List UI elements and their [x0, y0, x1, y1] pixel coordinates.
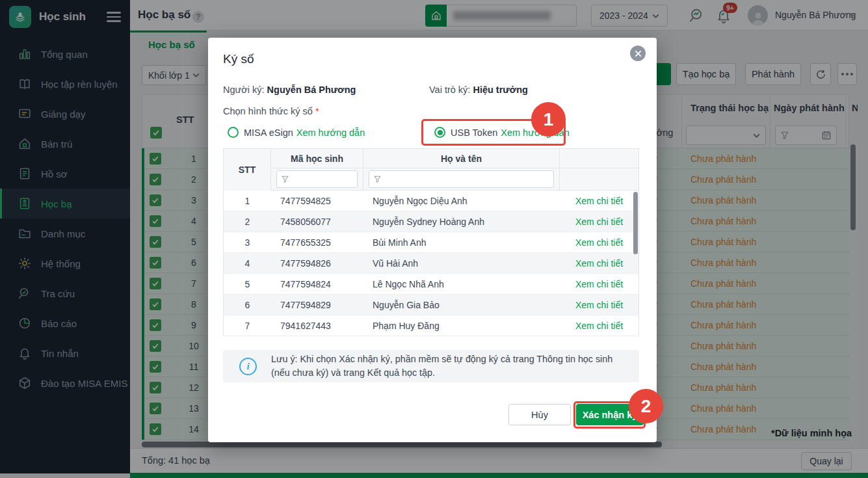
view-detail-link[interactable]: Xem chi tiết: [560, 237, 638, 248]
close-icon[interactable]: [630, 46, 646, 61]
demo-data-watermark: *Dữ liệu minh họa: [771, 428, 852, 438]
modal-title: Ký số: [223, 52, 254, 66]
note-box: i Lưu ý: Khi chọn Xác nhận ký, phần mềm …: [223, 350, 639, 382]
students-table: STT Mã học sinh Họ và tên: [223, 148, 639, 336]
funnel-icon: [374, 176, 381, 183]
role-value: Hiệu trưởng: [473, 85, 527, 95]
view-detail-link[interactable]: Xem chi tiết: [560, 321, 638, 331]
annotation-step-1: 1: [531, 102, 566, 137]
sign-modal: Ký số Người ký: Nguyễn Bá Phương Vai trò…: [208, 38, 657, 442]
name-filter-input[interactable]: [369, 170, 554, 188]
column-header-name: Họ và tên: [363, 149, 560, 168]
view-detail-link[interactable]: Xem chi tiết: [560, 196, 638, 206]
view-detail-link[interactable]: Xem chi tiết: [560, 258, 638, 269]
column-header-code: Mã học sinh: [271, 149, 363, 168]
view-detail-link[interactable]: Xem chi tiết: [560, 279, 638, 289]
funnel-icon: [282, 176, 289, 183]
student-row: 57477594824Lê Ngọc Nhã AnhXem chi tiết: [224, 274, 638, 295]
info-icon: i: [239, 358, 257, 375]
signer-row: Người ký: Nguyễn Bá Phương: [223, 85, 356, 95]
student-row: 17477594825Nguyễn Ngọc Diệu AnhXem chi t…: [224, 191, 638, 211]
student-row: 27458056077Nguyễn Sydney Hoàng AnhXem ch…: [224, 211, 638, 232]
code-filter-input[interactable]: [276, 170, 358, 188]
radio-misa-esign[interactable]: MISA eSign Xem hướng dẫn: [228, 127, 365, 138]
guide-link[interactable]: Xem hướng dẫn: [296, 127, 365, 138]
radio-icon-selected[interactable]: [434, 127, 445, 138]
modal-table-scrollbar-thumb[interactable]: [633, 192, 638, 254]
signer-name: Nguyễn Bá Phương: [267, 85, 356, 95]
column-header-stt: STT: [224, 149, 271, 191]
role-row: Vai trò ký: Hiệu trưởng: [429, 85, 528, 95]
students-table-body: 17477594825Nguyễn Ngọc Diệu AnhXem chi t…: [224, 191, 638, 336]
student-row: 37477655325Bùi Minh AnhXem chi tiết: [224, 232, 638, 253]
required-asterisk: *: [315, 106, 319, 116]
students-table-header: Mã học sinh Họ và tên: [224, 149, 638, 168]
annotation-step-2: 2: [629, 389, 663, 423]
view-detail-link[interactable]: Xem chi tiết: [560, 300, 638, 310]
student-row: 47477594826Vũ Hải AnhXem chi tiết: [224, 253, 638, 274]
view-detail-link[interactable]: Xem chi tiết: [560, 217, 638, 227]
method-label: Chọn hình thức ký số *: [223, 106, 319, 116]
note-text: Lưu ý: Khi chọn Xác nhận ký, phần mềm sẽ…: [271, 352, 627, 379]
radio-icon[interactable]: [228, 127, 239, 138]
cancel-button[interactable]: Hủy: [508, 404, 571, 425]
students-table-filters: [224, 168, 638, 191]
app-window: Học sinh Tổng quan Học tập rèn luyện Giả…: [0, 0, 868, 478]
student-row: 77941627443Phạm Huy ĐăngXem chi tiết: [224, 315, 638, 336]
student-row: 67477594829Nguyễn Gia BảoXem chi tiết: [224, 295, 638, 315]
